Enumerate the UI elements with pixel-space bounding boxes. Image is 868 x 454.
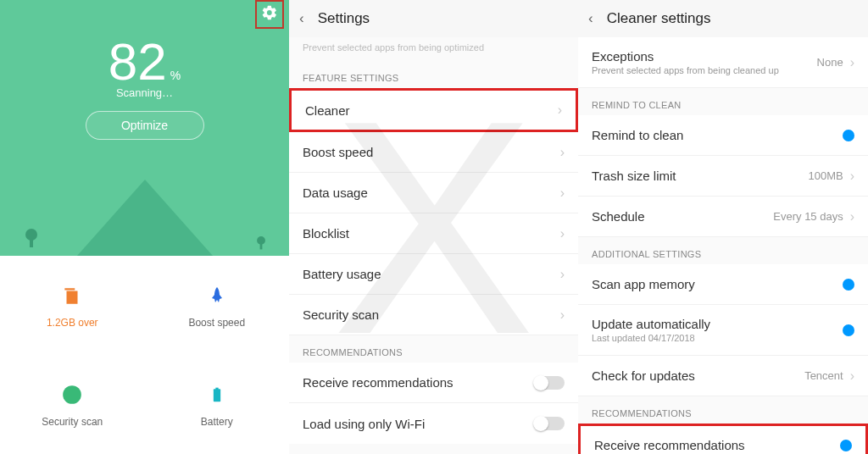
battery-icon: [204, 382, 230, 407]
trash-limit-row[interactable]: Trash size limit 100MB ›: [578, 156, 868, 197]
feature-settings-header: FEATURE SETTINGS: [289, 61, 578, 88]
chevron-right-icon: ›: [560, 185, 565, 201]
data-usage-row[interactable]: Data usage ›: [289, 173, 578, 213]
chevron-right-icon: ›: [560, 267, 565, 282]
security-scan-row[interactable]: Security scan ›: [289, 295, 578, 335]
settings-panel: X ‹ Settings Prevent selected apps from …: [289, 0, 578, 454]
blocklist-row[interactable]: Blocklist ›: [289, 213, 578, 254]
chevron-right-icon: ›: [850, 368, 854, 384]
toggle-switch[interactable]: [534, 417, 565, 430]
storage-label: 1.2GB over: [47, 317, 98, 329]
tree-icon: [257, 235, 265, 250]
svg-rect-2: [215, 387, 218, 390]
recommendations-header: RECOMMENDATIONS: [289, 335, 578, 363]
truncated-row: Prevent selected apps from being optimiz…: [289, 37, 578, 61]
exceptions-sub: Prevent selected apps from being cleaned…: [592, 65, 817, 75]
schedule-row[interactable]: Schedule Every 15 days ›: [578, 197, 868, 237]
toggle-on-icon[interactable]: [843, 279, 854, 291]
exceptions-row[interactable]: Exceptions Prevent selected apps from be…: [578, 37, 868, 88]
receive-rec-label-3: Receive recommendations: [594, 438, 840, 452]
battery-label: Battery: [201, 416, 233, 428]
cleaner-title: Cleaner settings: [607, 10, 711, 27]
additional-header: ADDITIONAL SETTINGS: [578, 237, 868, 264]
boost-label: Boost speed: [188, 317, 245, 329]
recommendations-header-3: RECOMMENDATIONS: [578, 396, 868, 424]
back-icon[interactable]: ‹: [299, 10, 304, 27]
back-icon[interactable]: ‹: [588, 10, 593, 27]
schedule-label: Schedule: [592, 209, 773, 224]
update-auto-sub: Last updated 04/17/2018: [592, 333, 843, 343]
cleaner-label: Cleaner: [305, 103, 558, 118]
landscape-illustration: ~ ~: [0, 154, 289, 256]
battery-cell[interactable]: Battery: [145, 355, 290, 454]
trash-value: 100MB: [808, 169, 843, 182]
exceptions-title: Exceptions: [592, 49, 817, 64]
score-number: 82: [108, 36, 167, 88]
chevron-right-icon: ›: [850, 209, 854, 224]
check-updates-value: Tencent: [804, 369, 843, 382]
trash-icon: [59, 283, 85, 308]
toggle-switch[interactable]: [534, 376, 565, 390]
scan-memory-row[interactable]: Scan app memory: [578, 264, 868, 305]
cleaner-settings-panel: ‹ Cleaner settings Exceptions Prevent se…: [578, 0, 868, 454]
load-wifi-row[interactable]: Load using only Wi-Fi: [289, 403, 578, 444]
security-cell[interactable]: Security scan: [0, 355, 145, 454]
tree-icon: [25, 227, 37, 247]
settings-titlebar: ‹ Settings: [289, 0, 578, 37]
security-app-panel: 82% Scanning… Optimize ~ ~ 1.2GB over Bo…: [0, 0, 289, 454]
toggle-on-icon[interactable]: [840, 440, 852, 451]
trash-label: Trash size limit: [592, 169, 808, 183]
chevron-right-icon: ›: [850, 55, 854, 70]
receive-rec-label: Receive recommendations: [303, 375, 534, 390]
security-label: Security scan: [303, 307, 560, 322]
chevron-right-icon: ›: [560, 145, 565, 160]
rocket-icon: [204, 283, 230, 308]
security-label: Security scan: [42, 416, 103, 428]
receive-recommendations-row-3[interactable]: Receive recommendations: [578, 424, 868, 454]
wifi-label: Load using only Wi-Fi: [303, 417, 534, 431]
chevron-right-icon: ›: [560, 307, 565, 323]
blocklist-label: Blocklist: [303, 226, 560, 241]
boost-cell[interactable]: Boost speed: [145, 256, 290, 355]
exceptions-value: None: [817, 56, 843, 69]
remind-label: Remind to clean: [592, 128, 843, 142]
remind-to-clean-row[interactable]: Remind to clean: [578, 115, 868, 156]
gear-icon[interactable]: [261, 4, 278, 25]
mountain-icon: [77, 180, 213, 256]
settings-title: Settings: [318, 10, 370, 27]
toggle-on-icon[interactable]: [843, 130, 854, 141]
update-auto-row[interactable]: Update automatically Last updated 04/17/…: [578, 305, 868, 356]
scanning-status: Scanning…: [0, 86, 289, 99]
cleaner-row[interactable]: Cleaner ›: [289, 88, 578, 132]
percent-sign: %: [170, 69, 181, 82]
svg-point-0: [63, 385, 81, 404]
cleaner-titlebar: ‹ Cleaner settings: [578, 0, 868, 37]
toggle-on-icon[interactable]: [843, 324, 854, 336]
battery-label: Battery usage: [303, 267, 560, 281]
receive-recommendations-row[interactable]: Receive recommendations: [289, 363, 578, 403]
schedule-value: Every 15 days: [773, 210, 843, 223]
feature-grid: 1.2GB over Boost speed Security scan Bat…: [0, 256, 289, 454]
update-auto-title: Update automatically: [592, 317, 843, 331]
exceptions-label: Exceptions Prevent selected apps from be…: [592, 49, 817, 75]
svg-rect-1: [214, 389, 220, 401]
hero-area: 82% Scanning… Optimize ~ ~: [0, 0, 289, 256]
storage-cell[interactable]: 1.2GB over: [0, 256, 145, 355]
score-block: 82% Scanning… Optimize: [0, 0, 289, 140]
check-updates-row[interactable]: Check for updates Tencent ›: [578, 356, 868, 396]
scan-mem-label: Scan app memory: [592, 277, 843, 291]
boost-label: Boost speed: [303, 145, 560, 159]
chevron-right-icon: ›: [850, 169, 854, 184]
check-updates-label: Check for updates: [592, 368, 804, 383]
battery-usage-row[interactable]: Battery usage ›: [289, 254, 578, 295]
boost-speed-row[interactable]: Boost speed ›: [289, 132, 578, 173]
shield-icon: [59, 382, 85, 407]
data-label: Data usage: [303, 185, 560, 200]
settings-gear-highlight: [255, 0, 284, 29]
optimize-button[interactable]: Optimize: [86, 111, 204, 140]
remind-header: REMIND TO CLEAN: [578, 88, 868, 115]
chevron-right-icon: ›: [558, 102, 562, 118]
chevron-right-icon: ›: [560, 226, 565, 241]
update-auto-label: Update automatically Last updated 04/17/…: [592, 317, 843, 343]
